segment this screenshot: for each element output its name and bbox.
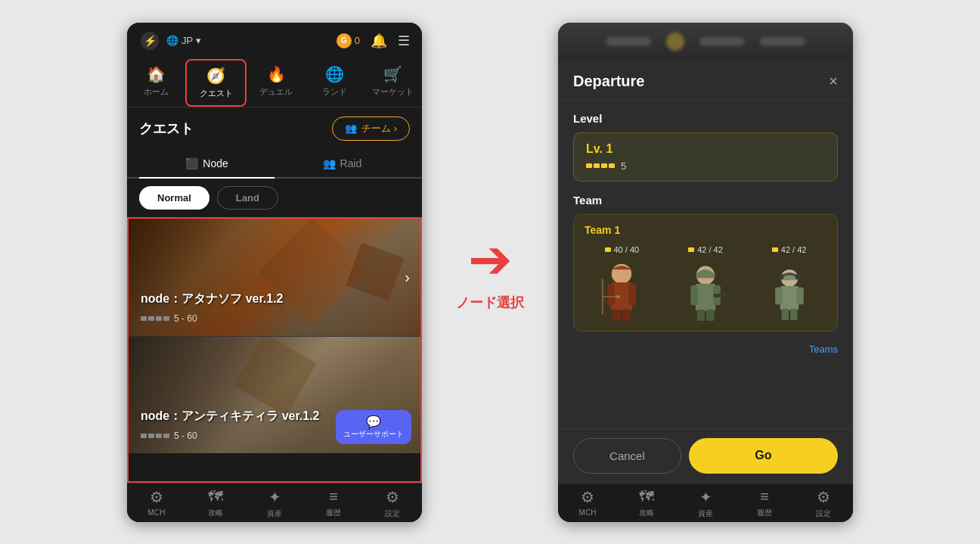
nav-tab-home-label: ホーム (144, 86, 169, 98)
right-phone-blur-top (558, 23, 853, 61)
bottom-nav-mch-right[interactable]: ⚙ MCH (558, 488, 617, 519)
team-card-title: Team 1 (585, 224, 826, 236)
svg-rect-16 (706, 309, 714, 321)
quest-level-range-1: 5 - 60 (174, 313, 197, 324)
nav-tab-quest[interactable]: 🧭 クエスト (185, 59, 247, 107)
svg-rect-6 (612, 309, 621, 321)
blur-dot-1 (666, 33, 684, 51)
close-button[interactable]: × (829, 73, 838, 90)
star-count: 5 (621, 160, 626, 172)
team-member-1: 40 / 40 (594, 245, 650, 322)
team-section-label: Team (573, 194, 838, 207)
screenshot-container: ⚡ 🌐 JP ▾ G 0 🔔 ☰ 🏠 (0, 0, 980, 544)
bottom-nav-attack-left[interactable]: 🗺 攻略 (186, 488, 245, 519)
bottom-nav-assets-left[interactable]: ✦ 資産 (245, 488, 304, 519)
svg-rect-22 (781, 309, 788, 320)
member-3-hp-text: 42 / 42 (781, 245, 807, 254)
arrow-container: ➔ ノード選択 (445, 233, 535, 312)
blur-pill-3 (760, 37, 805, 46)
cancel-button[interactable]: Cancel (573, 438, 681, 474)
quest-arrow-icon-1: › (405, 269, 410, 286)
bottom-nav-left: ⚙ MCH 🗺 攻略 ✦ 資産 ≡ 履歴 ⚙ 設定 (127, 483, 422, 522)
member-1-hp: 40 / 40 (605, 245, 640, 254)
bottom-nav-attack-label-left: 攻略 (208, 508, 223, 518)
go-button[interactable]: Go (689, 438, 838, 474)
member-3-hp: 42 / 42 (772, 245, 807, 254)
filter-normal-button[interactable]: Normal (139, 186, 209, 210)
mode-tab-raid-label: Raid (340, 157, 362, 169)
bottom-nav-history-left[interactable]: ≡ 履歴 (304, 488, 363, 519)
node-grid-icon: ⬛ (185, 157, 198, 169)
team-card: Team 1 40 / 40 (573, 214, 838, 331)
bottom-nav-mch-left[interactable]: ⚙ MCH (127, 488, 186, 519)
language-selector[interactable]: 🌐 JP ▾ (166, 35, 201, 46)
nav-tab-duel[interactable]: 🔥 デュエル (247, 59, 305, 107)
level-bar-icon-card (586, 163, 615, 168)
bottom-nav-history-right[interactable]: ≡ 履歴 (735, 488, 794, 519)
discord-icon: 💬 (343, 415, 404, 429)
top-bar: ⚡ 🌐 JP ▾ G 0 🔔 ☰ (127, 23, 422, 59)
bottom-nav-assets-right[interactable]: ✦ 資産 (676, 488, 735, 519)
level-section-label: Level (573, 112, 838, 125)
land-icon: 🌐 (325, 65, 344, 83)
team-button-label: チーム › (361, 122, 397, 135)
svg-rect-5 (629, 284, 636, 305)
member-3-sprite (761, 257, 817, 322)
svg-text:⚡: ⚡ (144, 35, 157, 48)
team-icon: 👥 (345, 123, 357, 134)
nav-tab-duel-label: デュエル (259, 86, 293, 98)
bottom-nav-assets-label-left: 資産 (267, 508, 282, 519)
mode-tab-node[interactable]: ⬛ Node (139, 150, 274, 179)
bottom-nav-history-label-left: 履歴 (326, 508, 341, 518)
hamburger-menu-icon[interactable]: ☰ (398, 33, 410, 49)
svg-rect-17 (713, 294, 727, 297)
notification-bell-icon[interactable]: 🔔 (371, 33, 387, 49)
level-bar-icon-2 (141, 434, 169, 438)
level-bar-icon-1 (141, 316, 169, 321)
home-icon: 🏠 (147, 65, 166, 83)
filter-buttons: Normal Land (127, 179, 422, 217)
history-icon-left: ≡ (329, 488, 338, 505)
nav-tabs: 🏠 ホーム 🧭 クエスト 🔥 デュエル 🌐 ランド 🛒 マーケット (127, 59, 422, 107)
teams-link[interactable]: Teams (809, 343, 838, 355)
teams-link-container: Teams (573, 339, 838, 362)
mch-icon-left: ⚙ (150, 488, 163, 506)
level-text: Lv. 1 (586, 142, 825, 156)
nav-tab-home[interactable]: 🏠 ホーム (127, 59, 185, 107)
nav-tab-market-label: マーケット (372, 86, 414, 98)
assets-icon-left: ✦ (268, 488, 281, 506)
quest-item-1[interactable]: node：アタナソフ ver.1.2 5 - 60 › (129, 219, 420, 336)
team-button[interactable]: 👥 チーム › (332, 117, 410, 141)
app-logo-icon: ⚡ (139, 30, 160, 51)
bottom-nav-settings-label-left: 設定 (385, 508, 400, 519)
team-member-2: 42 / 42 (677, 245, 733, 322)
raid-icon: 👥 (323, 157, 336, 169)
quest-item-2[interactable]: node：アンティキティラ ver.1.2 5 - 60 💬 ユ (129, 336, 420, 453)
bottom-nav-assets-label-right: 資産 (698, 508, 713, 519)
svg-point-24 (778, 273, 784, 279)
mode-tab-raid[interactable]: 👥 Raid (274, 150, 410, 177)
departure-actions: Cancel Go (558, 428, 853, 483)
discord-support-button[interactable]: 💬 ユーザーサポート (336, 410, 411, 444)
quest-level-2: 5 - 60 (141, 431, 320, 441)
bottom-nav-settings-left[interactable]: ⚙ 設定 (363, 488, 422, 519)
nav-tab-land[interactable]: 🌐 ランド (305, 59, 364, 107)
bottom-nav-attack-right[interactable]: 🗺 攻略 (617, 488, 676, 519)
nav-tab-quest-label: クエスト (200, 88, 233, 99)
filter-land-button[interactable]: Land (217, 186, 278, 210)
mode-tab-node-label: Node (203, 157, 228, 169)
quest-level-1: 5 - 60 (141, 313, 284, 324)
top-bar-left: ⚡ 🌐 JP ▾ (139, 30, 201, 51)
arrow-label: ノード選択 (456, 294, 524, 312)
gold-count: 0 (355, 35, 360, 46)
map-icon-left: 🗺 (208, 488, 223, 505)
settings-icon-right: ⚙ (817, 488, 830, 506)
departure-title: Departure (573, 73, 644, 90)
quest-info-2: node：アンティキティラ ver.1.2 5 - 60 (141, 409, 320, 441)
quest-info-1: node：アタナソフ ver.1.2 5 - 60 (141, 291, 284, 324)
nav-tab-market[interactable]: 🛒 マーケット (364, 59, 422, 107)
bottom-nav-settings-right[interactable]: ⚙ 設定 (794, 488, 853, 519)
page-title: クエスト (139, 120, 194, 138)
map-icon-right: 🗺 (639, 488, 654, 505)
svg-rect-21 (796, 287, 803, 304)
